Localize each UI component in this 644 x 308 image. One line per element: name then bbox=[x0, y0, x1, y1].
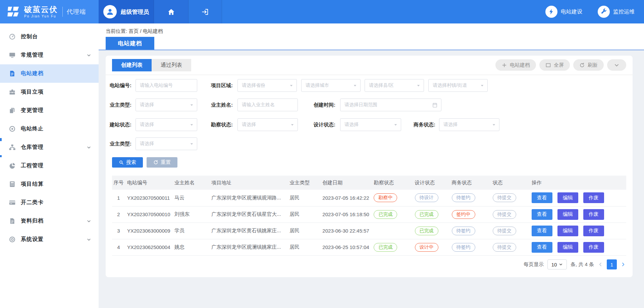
city-select[interactable]: 请选择城市 bbox=[301, 79, 361, 92]
sidebar-scrollbar-thumb[interactable] bbox=[0, 138, 2, 141]
cell-owner: 学员 bbox=[172, 223, 209, 239]
logout-button[interactable] bbox=[189, 0, 222, 23]
design-status-select[interactable]: 请选择 bbox=[340, 118, 401, 131]
table-row: 2 YX2023070500010 刘强东 广东深圳龙华区黄石镇星官大... 居… bbox=[112, 206, 626, 223]
chevron-down-icon bbox=[559, 262, 563, 266]
collapse-button[interactable] bbox=[607, 59, 626, 71]
page-number-button[interactable]: 1 bbox=[607, 259, 617, 269]
breadcrumb-home-link[interactable]: 首页 bbox=[128, 28, 139, 34]
station-no-input[interactable]: 请输入电站编号 bbox=[136, 79, 197, 92]
tab-passed-list[interactable]: 通过列表 bbox=[152, 59, 191, 71]
module-station-construction[interactable]: 电站建设 bbox=[545, 6, 582, 18]
placeholder: 请选择省份 bbox=[242, 82, 265, 88]
caret-down-icon bbox=[190, 142, 194, 146]
cell-created: 2023-06-30 22:45:57 bbox=[320, 223, 372, 239]
logo-section: 破茧云伏 Po Jian Yun Fu 代理端 bbox=[0, 0, 99, 23]
brand-subtitle: Po Jian Yun Fu bbox=[24, 14, 58, 18]
per-page-select[interactable]: 10 bbox=[547, 259, 567, 269]
cell-created: 2023-07-05 16:18:50 bbox=[320, 206, 372, 223]
placeholder: 请选择村镇/街道 bbox=[433, 82, 467, 88]
sidebar-item-engineering-mgmt[interactable]: 工程管理 bbox=[0, 157, 99, 175]
reset-button[interactable]: 重置 bbox=[147, 157, 177, 168]
date-range-input[interactable]: 请选择日期范围 bbox=[340, 99, 441, 111]
sidebar-item-station-termination[interactable]: 电站终止 bbox=[0, 120, 99, 138]
view-button[interactable]: 查看 bbox=[532, 192, 552, 203]
sidebar-item-station-archive[interactable]: 电站建档 bbox=[0, 64, 99, 83]
caret-down-icon bbox=[290, 123, 294, 127]
home-icon bbox=[167, 8, 175, 16]
sidebar-item-project-settlement[interactable]: 项目结算 bbox=[0, 175, 99, 193]
main-content: 当前位置: 首页 / 电站建档 电站建档 创建列表 通过列表 电站建档 全屏 刷… bbox=[99, 23, 644, 308]
caret-down-icon bbox=[289, 83, 293, 88]
owner-name-input[interactable]: 请输入业主姓名 bbox=[237, 99, 298, 111]
table-row: 1 YX2023070500011 马云 广东深圳龙华区观澜镇观湖路... 居民… bbox=[112, 190, 626, 206]
view-button[interactable]: 查看 bbox=[532, 209, 552, 220]
refresh-button[interactable]: 刷新 bbox=[573, 59, 604, 71]
tab-create-list[interactable]: 创建列表 bbox=[112, 59, 152, 71]
business-status-badge: 待签约 bbox=[452, 227, 475, 235]
edit-button[interactable]: 编辑 bbox=[557, 226, 578, 236]
breadcrumb-label: 当前位置: bbox=[106, 28, 127, 34]
prev-page-button[interactable] bbox=[598, 262, 603, 267]
sidebar-item-general-mgmt[interactable]: 常规管理 bbox=[0, 46, 99, 64]
cell-owner: 马云 bbox=[172, 190, 209, 206]
sidebar-item-warehouse-mgmt[interactable]: 仓库管理 bbox=[0, 138, 99, 157]
card-icon bbox=[9, 199, 16, 206]
status-badge: 待提交 bbox=[493, 227, 516, 235]
survey-status-select[interactable]: 请选择 bbox=[237, 118, 298, 131]
pagination: 每页显示 10 条, 共 4 条 1 bbox=[524, 259, 626, 269]
void-button[interactable]: 作废 bbox=[583, 242, 604, 253]
user-icon bbox=[106, 7, 114, 16]
region-label: 项目区域: bbox=[211, 79, 233, 92]
survey-status-badge: 勘察中 bbox=[374, 193, 397, 202]
home-button[interactable] bbox=[154, 0, 189, 23]
sidebar-item-system-settings[interactable]: 系统设置 bbox=[0, 230, 99, 249]
sidebar-item-change-mgmt[interactable]: 变更管理 bbox=[0, 101, 99, 120]
owner-type-select[interactable]: 请选择 bbox=[136, 99, 197, 111]
void-button[interactable]: 作废 bbox=[583, 192, 604, 203]
plus-icon bbox=[501, 62, 507, 68]
cell-code: YX2023062500004 bbox=[125, 239, 172, 255]
void-button[interactable]: 作废 bbox=[583, 226, 604, 236]
edit-button[interactable]: 编辑 bbox=[557, 192, 578, 203]
cell-address: 广东深圳龙华区观澜镇姚家庄... bbox=[209, 239, 287, 255]
sidebar-scrollbar-thumb[interactable] bbox=[0, 155, 2, 157]
page-tab-station-archive[interactable]: 电站建档 bbox=[106, 37, 154, 50]
create-time-label: 创建时间: bbox=[314, 99, 335, 111]
user-menu[interactable]: 超级管理员 bbox=[99, 0, 154, 23]
sidebar-item-type2-card[interactable]: 开二类卡 bbox=[0, 193, 99, 212]
build-status-label: 建站状态: bbox=[110, 118, 131, 131]
col-header-type: 业主类型 bbox=[287, 176, 320, 190]
edit-button[interactable]: 编辑 bbox=[557, 242, 578, 253]
view-button[interactable]: 查看 bbox=[532, 226, 552, 236]
edit-button[interactable]: 编辑 bbox=[557, 209, 578, 220]
owner-type2-select[interactable]: 请选择 bbox=[136, 137, 197, 150]
search-button[interactable]: 搜索 bbox=[112, 157, 143, 168]
build-status-select[interactable]: 请选择 bbox=[136, 118, 197, 131]
province-select[interactable]: 请选择省份 bbox=[237, 79, 297, 92]
sidebar-item-console[interactable]: 控制台 bbox=[0, 27, 99, 46]
sidebar-item-project-initiation[interactable]: 项目立项 bbox=[0, 83, 99, 101]
filter-row-1: 电站编号: 请输入电站编号 项目区域: 请选择省份 请选择城市 请选择县/区 请… bbox=[112, 79, 626, 92]
business-status-select[interactable]: 请选择 bbox=[439, 118, 499, 131]
create-station-button[interactable]: 电站建档 bbox=[495, 59, 536, 71]
breadcrumb: 当前位置: 首页 / 电站建档 bbox=[106, 28, 163, 35]
design-status-badge: 待设计 bbox=[415, 193, 438, 202]
status-badge: 待提交 bbox=[493, 193, 516, 202]
fullscreen-button[interactable]: 全屏 bbox=[539, 59, 570, 71]
fullscreen-icon bbox=[545, 62, 551, 68]
village-select[interactable]: 请选择村镇/街道 bbox=[428, 79, 488, 92]
sidebar-item-data-archive[interactable]: 资料归档 bbox=[0, 212, 99, 230]
table-row: 3 YX2023063000009 学员 广东深圳龙华区黄石镇姚家庄... 居民… bbox=[112, 223, 626, 239]
logout-icon bbox=[201, 8, 209, 16]
per-page-label: 每页显示 bbox=[524, 261, 544, 268]
next-page-button[interactable] bbox=[621, 262, 626, 267]
county-select[interactable]: 请选择县/区 bbox=[365, 79, 424, 92]
owner-type-label: 业主类型: bbox=[110, 99, 131, 111]
void-button[interactable]: 作废 bbox=[583, 209, 604, 220]
caret-down-icon bbox=[190, 103, 194, 107]
caret-down-icon bbox=[190, 123, 194, 127]
module-monitoring-ops[interactable]: 监控运维 bbox=[598, 6, 635, 18]
view-button[interactable]: 查看 bbox=[532, 242, 552, 253]
survey-status-badge: 已完成 bbox=[374, 243, 397, 252]
